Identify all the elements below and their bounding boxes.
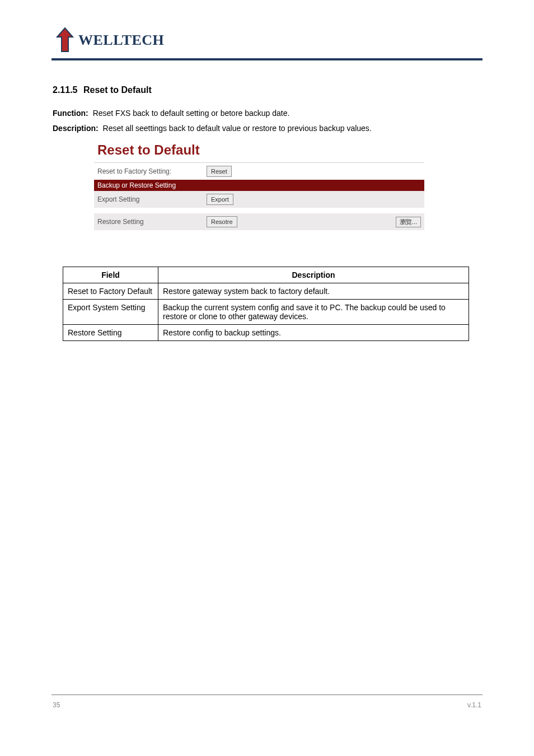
footer-divider xyxy=(51,694,483,696)
page-title: Reset to Default xyxy=(94,139,424,163)
function-line: Function: Reset FXS back to default sett… xyxy=(53,109,289,118)
cell-desc: Restore gateway system back to factory d… xyxy=(158,283,469,300)
table-row: Export System Setting Backup the current… xyxy=(63,300,469,325)
reset-factory-label: Reset to Factory Setting: xyxy=(97,167,207,175)
restore-setting-row: Restore Setting Resotre 瀏覽... xyxy=(94,213,424,230)
reset-button[interactable]: Reset xyxy=(207,166,232,177)
backup-restore-header: Backup or Restore Setting xyxy=(94,180,424,191)
th-description: Description xyxy=(158,267,469,283)
export-setting-label: Export Setting xyxy=(97,195,207,203)
description-line: Description: Reset all seettings back to… xyxy=(53,124,372,133)
section-title: Reset to Default xyxy=(83,85,152,95)
cell-desc: Backup the current system config and sav… xyxy=(158,300,469,325)
section-number: 2.11.5 xyxy=(53,85,77,95)
cell-desc: Restore config to backup settings. xyxy=(158,325,469,341)
brand-logo: WELLTECH xyxy=(51,27,164,54)
description-text: Reset all seettings back to default valu… xyxy=(103,124,372,133)
arrow-up-icon xyxy=(51,27,78,54)
page-number: 35 xyxy=(53,701,60,709)
restore-button[interactable]: Resotre xyxy=(207,216,237,227)
table-row: Reset to Factory Default Restore gateway… xyxy=(63,283,469,300)
description-label: Description: xyxy=(53,124,99,133)
header-divider xyxy=(51,58,483,60)
export-button[interactable]: Export xyxy=(207,194,233,205)
cell-field: Restore Setting xyxy=(63,325,158,341)
table-row: Restore Setting Restore config to backup… xyxy=(63,325,469,341)
cell-field: Reset to Factory Default xyxy=(63,283,158,300)
doc-version: v.1.1 xyxy=(467,701,481,709)
browse-button[interactable]: 瀏覽... xyxy=(396,217,421,227)
restore-setting-label: Restore Setting xyxy=(97,218,207,226)
th-field: Field xyxy=(63,267,158,283)
spacer xyxy=(94,208,424,213)
config-screenshot: Reset to Default Reset to Factory Settin… xyxy=(94,139,424,250)
function-text: Reset FXS back to default setting or bet… xyxy=(93,109,290,118)
parameter-table: Field Description Reset to Factory Defau… xyxy=(63,267,469,341)
section-heading: 2.11.5 Reset to Default xyxy=(53,85,152,95)
brand-text: WELLTECH xyxy=(78,33,164,48)
cell-field: Export System Setting xyxy=(63,300,158,325)
function-label: Function: xyxy=(53,109,88,118)
reset-factory-row: Reset to Factory Setting: Reset xyxy=(94,163,424,180)
export-setting-row: Export Setting Export xyxy=(94,191,424,208)
